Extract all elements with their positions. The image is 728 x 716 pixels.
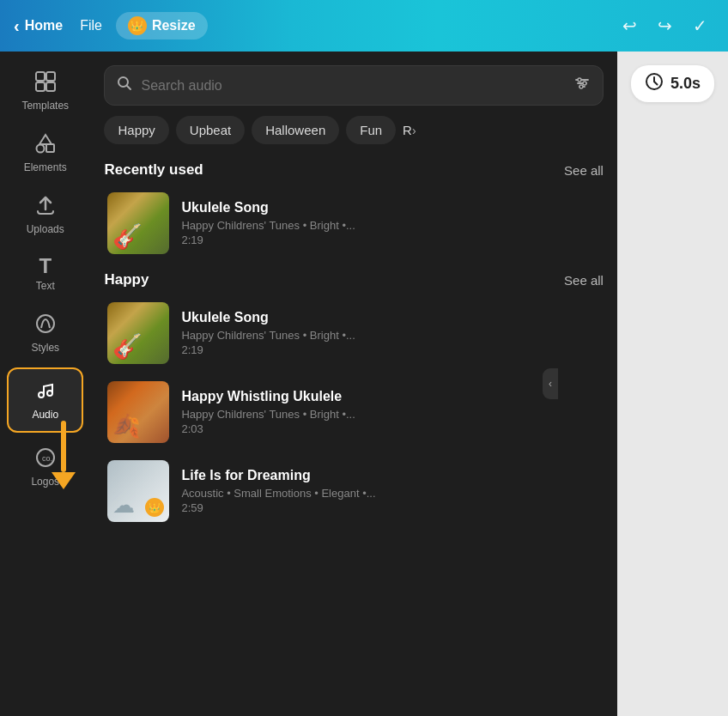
sidebar-item-audio[interactable]: Audio — [7, 367, 83, 433]
track-info: Ukulele Song Happy Childrens' Tunes • Br… — [181, 310, 600, 356]
track-duration: 2:19 — [181, 234, 600, 246]
top-nav: ‹ Home File 👑 Resize ↩ ↪ ✓ — [0, 0, 728, 52]
sidebar-item-templates[interactable]: Templates — [0, 60, 90, 122]
collapse-handle[interactable]: ‹ — [543, 368, 558, 399]
redo-button[interactable]: ↪ — [651, 12, 679, 39]
svg-point-6 — [37, 315, 54, 332]
scroll-content: Recently used See all Ukulele Song Happy… — [90, 155, 617, 716]
undo-button[interactable]: ↩ — [616, 12, 644, 39]
track-meta: Happy Childrens' Tunes • Bright •... — [181, 408, 600, 421]
recently-used-see-all[interactable]: See all — [564, 163, 604, 178]
search-input[interactable] — [141, 78, 565, 94]
track-title: Ukulele Song — [181, 200, 600, 215]
back-button[interactable]: ‹ Home — [14, 16, 63, 36]
track-title: Happy Whistling Ukulele — [181, 389, 600, 404]
track-item[interactable]: Ukulele Song Happy Childrens' Tunes • Br… — [104, 299, 604, 367]
text-icon: T — [39, 256, 52, 276]
track-item[interactable]: Happy Whistling Ukulele Happy Childrens'… — [104, 378, 604, 446]
track-info: Ukulele Song Happy Childrens' Tunes • Br… — [181, 200, 600, 246]
svg-text:co.: co. — [42, 454, 52, 463]
svg-point-5 — [36, 145, 44, 153]
svg-rect-0 — [36, 72, 45, 81]
search-bar — [104, 65, 604, 106]
uploads-label: Uploads — [27, 223, 64, 235]
check-button[interactable]: ✓ — [686, 12, 714, 39]
crown-icon: 👑 — [128, 16, 147, 35]
styles-label: Styles — [31, 342, 59, 354]
genre-tag-upbeat[interactable]: Upbeat — [176, 116, 245, 144]
recently-used-header: Recently used See all — [104, 161, 604, 179]
templates-icon — [34, 70, 57, 96]
svg-point-15 — [578, 78, 581, 82]
home-label: Home — [25, 18, 63, 33]
time-display: 5.0s — [631, 65, 714, 102]
track-title: Ukulele Song — [181, 310, 600, 325]
genre-chevron-icon: › — [412, 124, 416, 137]
sidebar-item-styles[interactable]: Styles — [0, 302, 90, 364]
svg-point-16 — [583, 82, 586, 85]
track-thumbnail — [107, 302, 169, 364]
logos-icon: co. — [34, 446, 57, 472]
svg-rect-3 — [46, 82, 55, 91]
sidebar-item-logos[interactable]: co. Logos — [0, 436, 90, 498]
track-info: Life Is for Dreaming Acoustic • Small Em… — [181, 468, 600, 514]
genre-tag-halloween[interactable]: Halloween — [252, 116, 339, 144]
elements-label: Elements — [24, 161, 67, 173]
resize-label: Resize — [152, 18, 196, 33]
track-meta: Acoustic • Small Emotions • Elegant •... — [181, 487, 600, 500]
track-thumbnail — [107, 381, 169, 443]
track-thumbnail: 👑 — [107, 460, 169, 522]
genre-tags: Happy Upbeat Halloween Fun R › — [90, 116, 617, 155]
track-thumb-image — [107, 381, 169, 443]
genre-more-label: R — [403, 123, 412, 137]
logos-label: Logos — [31, 476, 59, 488]
track-meta: Happy Childrens' Tunes • Bright •... — [181, 329, 600, 342]
svg-rect-2 — [36, 82, 45, 91]
track-duration: 2:19 — [181, 343, 600, 356]
time-value: 5.0s — [670, 75, 701, 93]
genre-tag-fun[interactable]: Fun — [346, 116, 396, 144]
uploads-icon — [34, 194, 57, 220]
track-duration: 2:59 — [181, 501, 600, 514]
audio-panel: Happy Upbeat Halloween Fun R › Recently … — [90, 52, 617, 716]
resize-button[interactable]: 👑 Resize — [116, 12, 208, 39]
sidebar-item-uploads[interactable]: Uploads — [0, 184, 90, 246]
happy-see-all[interactable]: See all — [564, 273, 604, 288]
main-layout: Templates Elements Uploads — [0, 52, 728, 716]
track-duration: 2:03 — [181, 422, 600, 435]
styles-icon — [34, 312, 57, 338]
sidebar-item-text[interactable]: T Text — [0, 246, 90, 302]
audio-label: Audio — [32, 409, 58, 421]
track-meta: Happy Childrens' Tunes • Bright •... — [181, 219, 600, 232]
happy-title: Happy — [104, 271, 149, 288]
file-button[interactable]: File — [80, 18, 102, 33]
filter-icon[interactable] — [573, 75, 591, 96]
text-label: Text — [36, 280, 55, 292]
right-panel: 5.0s — [617, 52, 728, 716]
sidebar-item-elements[interactable]: Elements — [0, 122, 90, 184]
genre-more-button[interactable]: R › — [403, 123, 416, 137]
track-thumb-image — [107, 192, 169, 254]
genre-tag-happy[interactable]: Happy — [104, 116, 168, 144]
track-thumb-image — [107, 302, 169, 364]
templates-label: Templates — [21, 100, 69, 112]
audio-icon — [34, 379, 57, 405]
svg-rect-1 — [46, 72, 55, 81]
happy-section-header: Happy See all — [104, 271, 604, 288]
back-arrow-icon: ‹ — [14, 16, 20, 36]
svg-point-17 — [579, 85, 583, 88]
search-icon — [117, 76, 132, 95]
recently-used-title: Recently used — [104, 161, 203, 179]
sidebar: Templates Elements Uploads — [0, 52, 90, 716]
track-item[interactable]: 👑 Life Is for Dreaming Acoustic • Small … — [104, 457, 604, 525]
svg-rect-4 — [46, 144, 54, 152]
track-title: Life Is for Dreaming — [181, 468, 600, 483]
elements-icon — [34, 132, 57, 158]
clock-icon — [645, 72, 664, 95]
track-item[interactable]: Ukulele Song Happy Childrens' Tunes • Br… — [104, 189, 604, 258]
track-thumbnail — [107, 192, 169, 254]
track-info: Happy Whistling Ukulele Happy Childrens'… — [181, 389, 600, 435]
